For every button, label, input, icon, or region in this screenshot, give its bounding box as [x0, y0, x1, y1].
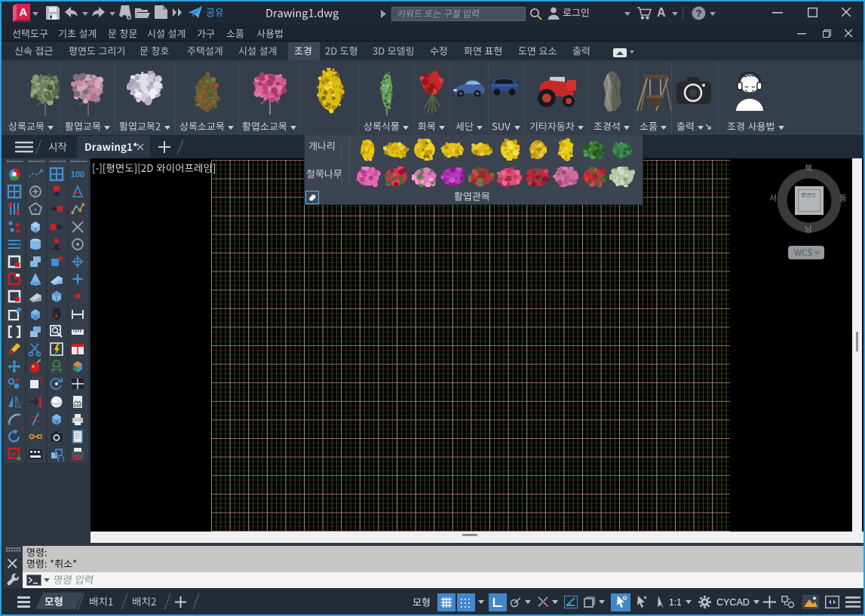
- svg-text:WMF: WMF: [73, 403, 82, 408]
- svg-text:100: 100: [71, 170, 84, 179]
- svg-text:?: ?: [696, 8, 702, 19]
- svg-text:P: P: [11, 451, 16, 458]
- svg-text:A: A: [20, 5, 28, 18]
